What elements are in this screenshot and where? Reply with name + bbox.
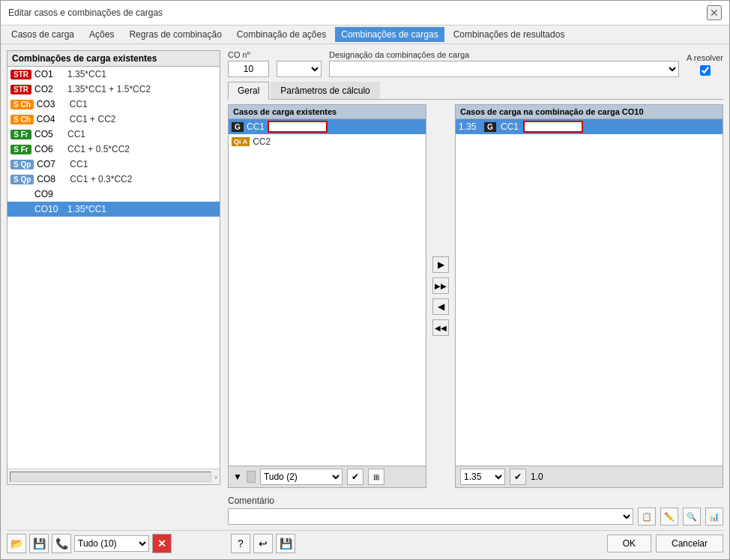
cc2-name: CC2 [253, 136, 271, 147]
right-panel-btn2[interactable]: 📊 [705, 508, 723, 526]
list-item[interactable]: S Ch CO4 CC1 + CC2 [7, 112, 220, 127]
left-panel-list: STR CO1 1.35*CC1 STR CO2 1.35*CC1 + 1.5*… [7, 67, 220, 469]
ok-cancel-group: OK Cancelar [607, 535, 723, 553]
item-value: CC1 + 0.5*CC2 [67, 144, 130, 154]
list-item-co10[interactable]: -- CO10 1.35*CC1 [7, 202, 220, 217]
a-resolver-field-group: A resolver [687, 53, 723, 77]
list-item[interactable]: S Qp CO8 CC1 + 0.3*CC2 [7, 172, 220, 187]
tabs: Geral Parâmetros de cálculo [228, 82, 723, 100]
right-data-panel-list: 1.35 G CC1 [456, 119, 723, 466]
list-item[interactable]: STR CO1 1.35*CC1 [7, 67, 220, 82]
a-resolver-checkbox[interactable] [700, 65, 711, 76]
left-data-panel: Casos de carga existentes G CC1 Qi A [228, 104, 426, 488]
back-button[interactable]: ↩ [253, 534, 273, 553]
menu-acoes[interactable]: Ações [83, 27, 120, 42]
menu-casos-de-carga[interactable]: Casos de carga [5, 27, 80, 42]
window-title: Editar casos e combinações de cargas [8, 7, 163, 18]
item-name: CO8 [37, 174, 67, 184]
help-button[interactable]: ? [231, 534, 250, 553]
left-data-panel-list: G CC1 Qi A CC2 [229, 119, 426, 466]
comment-btn2[interactable]: ✏️ [660, 508, 678, 526]
arrow-right-double[interactable]: ▶▶ [432, 277, 449, 294]
comment-label: Comentário [228, 496, 723, 506]
left-bottom-controls: 📂 💾 📞 Tudo (10) ✕ [7, 534, 220, 553]
list-item[interactable]: -- CO9 [7, 187, 220, 202]
arrow-left-single[interactable]: ◀ [432, 298, 449, 315]
right-data-panel-footer: 1.35 ✔ 1.0 [456, 466, 723, 487]
tudo-dropdown[interactable]: Tudo (2) [260, 469, 343, 485]
phone-button[interactable]: 📞 [52, 534, 71, 553]
left-data-panel-header: Casos de carga existentes [229, 105, 426, 119]
left-panel-header: Combinações de carga existentes [7, 51, 220, 67]
left-panel: Combinações de carga existentes STR CO1 … [7, 50, 220, 485]
item-value: 1.35*CC1 + 1.5*CC2 [67, 84, 151, 94]
bottom-bar: 📂 💾 📞 Tudo (10) ✕ ? ↩ 💾 OK Cancelar [7, 530, 723, 553]
footer-icons: ? ↩ 💾 [231, 534, 295, 553]
cc1-red-box [268, 121, 328, 133]
badge-sfr: S Fr [10, 130, 31, 139]
save-button[interactable]: 💾 [29, 534, 49, 553]
badge-sfr: S Fr [10, 145, 31, 154]
menu-combinacao-acoes[interactable]: Combinação de ações [231, 27, 332, 42]
menu-combinacoes-cargas[interactable]: Combinações de cargas [335, 27, 444, 42]
comment-dropdown[interactable] [228, 508, 633, 525]
delete-button[interactable]: ✕ [152, 534, 172, 553]
right-badge-g: G [484, 122, 496, 132]
list-item[interactable]: S Qp CO7 CC1 [7, 157, 220, 172]
factor-multiplier: 1.0 [531, 472, 543, 482]
data-row-cc1[interactable]: G CC1 [229, 119, 426, 134]
factor-dropdown[interactable]: 1.35 [460, 469, 505, 485]
right-data-row-cc1[interactable]: 1.35 G CC1 [456, 119, 723, 134]
designation-dropdown[interactable] [329, 61, 679, 77]
a-resolver-label: A resolver [687, 53, 723, 62]
arrow-left-double[interactable]: ◀◀ [432, 319, 449, 336]
item-name: CO5 [34, 129, 64, 139]
item-value: CC1 [67, 129, 85, 139]
left-data-panel-footer: ▼ Tudo (2) ✔ ⊞ [229, 466, 426, 487]
bottom-dropdown[interactable]: Tudo (10) [74, 535, 149, 552]
save2-button[interactable]: 💾 [276, 534, 295, 553]
item-value: 1.35*CC1 [67, 69, 106, 79]
menu-regras[interactable]: Regras de combinação [123, 27, 227, 42]
item-name: CO10 [34, 204, 64, 214]
comment-btn1[interactable]: 📋 [638, 508, 656, 526]
badge-str: STR [10, 85, 31, 94]
left-panel-scrollbar[interactable] [10, 472, 211, 482]
list-item[interactable]: S Fr CO5 CC1 [7, 127, 220, 142]
type-dropdown[interactable] [277, 61, 322, 77]
item-name: CO4 [37, 114, 67, 124]
arrow-buttons: ▶ ▶▶ ◀ ◀◀ [426, 104, 455, 488]
list-item[interactable]: S Ch CO3 CC1 [7, 97, 220, 112]
data-row-cc2[interactable]: Qi A CC2 [229, 134, 426, 149]
arrow-right-single[interactable]: ▶ [432, 256, 449, 273]
tab-geral[interactable]: Geral [228, 82, 269, 100]
co-label: CO nº [228, 50, 269, 59]
item-name: CO3 [37, 99, 67, 109]
badge-str: STR [10, 70, 31, 79]
right-panel-btn1[interactable]: 🔍 [683, 508, 701, 526]
load-button[interactable]: 📂 [7, 534, 26, 553]
badge-sqp: S Qp [10, 175, 34, 184]
badge-qia: Qi A [232, 137, 250, 146]
filter-icon[interactable]: ▼ [233, 472, 242, 482]
panels-row: Casos de carga existentes G CC1 Qi A [228, 104, 723, 488]
menu-combinacoes-resultados[interactable]: Combinações de resultados [447, 27, 571, 42]
cancel-button[interactable]: Cancelar [656, 535, 723, 553]
factor-check-button[interactable]: ✔ [510, 469, 526, 485]
ok-button[interactable]: OK [607, 535, 651, 553]
item-name: CO9 [34, 189, 64, 199]
item-value: CC1 [70, 99, 88, 109]
tab-parametros[interactable]: Parâmetros de cálculo [271, 82, 379, 99]
item-name: CO1 [34, 69, 64, 79]
menu-bar: Casos de carga Ações Regras de combinaçã… [1, 25, 729, 44]
grid-button[interactable]: ⊞ [368, 469, 384, 485]
list-item[interactable]: S Fr CO6 CC1 + 0.5*CC2 [7, 142, 220, 157]
add-check-button[interactable]: ✔ [347, 469, 364, 485]
item-value: CC1 + 0.3*CC2 [70, 174, 132, 184]
co-input[interactable] [228, 61, 269, 77]
list-item[interactable]: STR CO2 1.35*CC1 + 1.5*CC2 [7, 82, 220, 97]
item-name: CO7 [37, 159, 67, 169]
close-button[interactable]: ✕ [707, 5, 722, 20]
item-value: 1.35*CC1 [67, 204, 106, 214]
right-data-panel: Casos de carga na combinação de carga CO… [455, 104, 723, 488]
